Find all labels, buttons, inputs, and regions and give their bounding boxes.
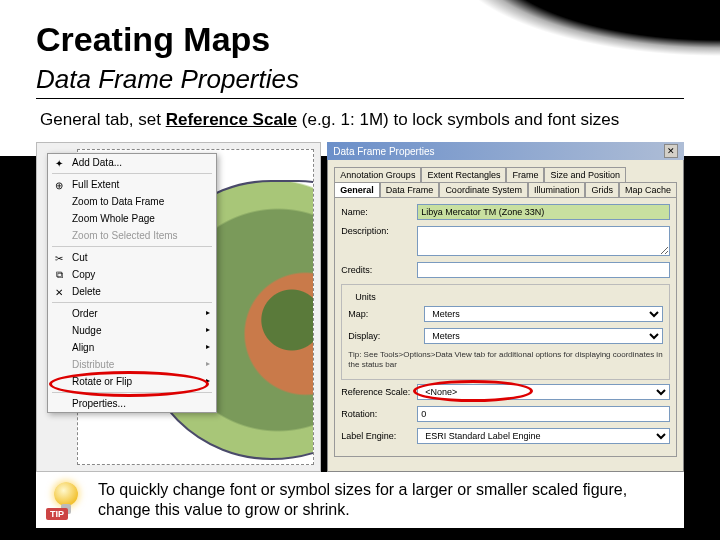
menu-separator — [52, 246, 212, 247]
tab-general-panel: Name: Description: Credits: Units Map: M… — [334, 197, 677, 457]
menu-separator — [52, 173, 212, 174]
dialog-titlebar: Data Frame Properties ✕ — [327, 142, 684, 160]
menu-item-add-data[interactable]: ✦Add Data... — [48, 154, 216, 171]
tab-size-and-position[interactable]: Size and Position — [544, 167, 626, 182]
units-tip-text: Tip: See Tools>Options>Data View tab for… — [348, 350, 663, 369]
menu-item-zoom-to-data-frame[interactable]: Zoom to Data Frame — [48, 193, 216, 210]
menu-item-icon: ✂ — [52, 251, 66, 265]
slide-description: General tab, set Reference Scale (e.g. 1… — [40, 110, 619, 130]
tip-callout: TIP To quickly change font or symbol siz… — [36, 472, 684, 528]
menu-item-delete[interactable]: ✕Delete — [48, 283, 216, 300]
map-units-label: Map: — [348, 309, 418, 319]
name-label: Name: — [341, 207, 411, 217]
tab-general[interactable]: General — [334, 182, 380, 197]
map-units-select[interactable]: Meters — [424, 306, 663, 322]
tab-extent-rectangles[interactable]: Extent Rectangles — [421, 167, 506, 182]
menu-item-nudge[interactable]: Nudge — [48, 322, 216, 339]
menu-item-label: Add Data... — [72, 157, 122, 168]
menu-separator — [52, 392, 212, 393]
menu-item-label: Zoom Whole Page — [72, 213, 155, 224]
menu-item-rotate-or-flip[interactable]: Rotate or Flip — [48, 373, 216, 390]
menu-item-label: Zoom to Selected Items — [72, 230, 178, 241]
tip-badge: TIP — [46, 508, 68, 520]
menu-item-label: Zoom to Data Frame — [72, 196, 164, 207]
tab-map-cache[interactable]: Map Cache — [619, 182, 677, 197]
description-label: Description: — [341, 226, 411, 236]
menu-item-order[interactable]: Order — [48, 305, 216, 322]
tip-text: To quickly change font or symbol sizes f… — [98, 480, 674, 520]
menu-item-label: Order — [72, 308, 98, 319]
tab-grids[interactable]: Grids — [585, 182, 619, 197]
refscale-label: Reference Scale: — [341, 387, 411, 397]
display-units-select[interactable]: Meters — [424, 328, 663, 344]
map-layout-view[interactable]: ✦Add Data...⊕Full ExtentZoom to Data Fra… — [36, 142, 321, 472]
menu-item-label: Rotate or Flip — [72, 376, 132, 387]
description-field[interactable] — [417, 226, 670, 256]
menu-item-icon: ✦ — [52, 156, 66, 170]
content-area: ✦Add Data...⊕Full ExtentZoom to Data Fra… — [36, 142, 684, 472]
close-icon[interactable]: ✕ — [664, 144, 678, 158]
credits-field[interactable] — [417, 262, 670, 278]
units-legend: Units — [352, 292, 379, 302]
dialog-tabs-row2: GeneralData FrameCoordinate SystemIllumi… — [334, 182, 677, 197]
menu-item-icon: ✕ — [52, 285, 66, 299]
menu-item-align[interactable]: Align — [48, 339, 216, 356]
menu-item-label: Properties... — [72, 398, 126, 409]
menu-item-copy[interactable]: ⧉Copy — [48, 266, 216, 283]
dialog-tabs-row1: Annotation GroupsExtent RectanglesFrameS… — [334, 167, 677, 182]
menu-item-zoom-to-selected-items: Zoom to Selected Items — [48, 227, 216, 244]
units-group: Units Map: Meters Display: Meters Tip: S… — [341, 284, 670, 380]
tab-frame[interactable]: Frame — [506, 167, 544, 182]
menu-item-label: Distribute — [72, 359, 114, 370]
menu-item-label: Full Extent — [72, 179, 119, 190]
menu-item-label: Nudge — [72, 325, 101, 336]
display-units-label: Display: — [348, 331, 418, 341]
menu-item-label: Delete — [72, 286, 101, 297]
dataframe-context-menu: ✦Add Data...⊕Full ExtentZoom to Data Fra… — [47, 153, 217, 413]
dataframe-properties-dialog: Data Frame Properties ✕ Annotation Group… — [327, 142, 684, 472]
header-curve — [360, 0, 720, 120]
rotation-label: Rotation: — [341, 409, 411, 419]
menu-item-label: Cut — [72, 252, 88, 263]
tab-data-frame[interactable]: Data Frame — [380, 182, 440, 197]
menu-item-distribute: Distribute — [48, 356, 216, 373]
labelengine-label: Label Engine: — [341, 431, 411, 441]
slide-title: Creating Maps — [36, 20, 270, 59]
refscale-select[interactable]: <None> — [417, 384, 670, 400]
menu-item-label: Align — [72, 342, 94, 353]
menu-separator — [52, 302, 212, 303]
title-divider — [36, 98, 684, 99]
menu-item-cut[interactable]: ✂Cut — [48, 249, 216, 266]
slide-subtitle: Data Frame Properties — [36, 64, 299, 95]
menu-item-properties[interactable]: Properties... — [48, 395, 216, 412]
lightbulb-icon: TIP — [46, 480, 86, 520]
menu-item-label: Copy — [72, 269, 95, 280]
tab-annotation-groups[interactable]: Annotation Groups — [334, 167, 421, 182]
labelengine-select[interactable]: ESRI Standard Label Engine — [417, 428, 670, 444]
tab-coordinate-system[interactable]: Coordinate System — [439, 182, 528, 197]
name-field[interactable] — [417, 204, 670, 220]
tab-illumination[interactable]: Illumination — [528, 182, 586, 197]
dialog-title-text: Data Frame Properties — [333, 146, 434, 157]
menu-item-icon: ⊕ — [52, 178, 66, 192]
rotation-field[interactable] — [417, 406, 670, 422]
menu-item-icon: ⧉ — [52, 268, 66, 282]
credits-label: Credits: — [341, 265, 411, 275]
menu-item-full-extent[interactable]: ⊕Full Extent — [48, 176, 216, 193]
menu-item-zoom-whole-page[interactable]: Zoom Whole Page — [48, 210, 216, 227]
